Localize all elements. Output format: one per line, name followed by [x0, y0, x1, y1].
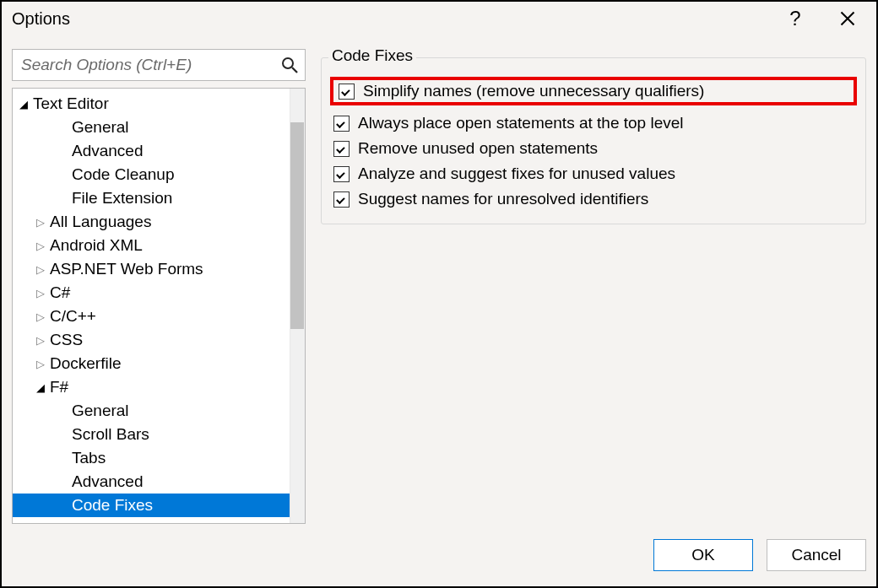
- code-fixes-group: Code Fixes Simplify names (remove unnece…: [321, 57, 866, 224]
- expander-closed-icon[interactable]: ▷: [35, 263, 46, 276]
- checkbox-row: Suggest names for unresolved identifiers: [333, 186, 854, 212]
- checkbox-label: Always place open statements at the top …: [358, 114, 684, 132]
- left-column: ◢ Text Editor GeneralAdvancedCode Cleanu…: [12, 49, 306, 524]
- tree-item-label: C/C++: [50, 307, 96, 326]
- help-button[interactable]: ?: [780, 8, 810, 29]
- expander-closed-icon[interactable]: ▷: [35, 334, 46, 347]
- tree-item[interactable]: Advanced: [13, 470, 290, 494]
- scrollbar[interactable]: [290, 89, 305, 523]
- tree-item[interactable]: Scroll Bars: [13, 423, 290, 446]
- right-column: Code Fixes Simplify names (remove unnece…: [321, 49, 866, 524]
- tree-item[interactable]: ◢F#: [13, 375, 290, 399]
- expander-closed-icon[interactable]: ▷: [35, 240, 46, 252]
- tree-item-label: Android XML: [50, 236, 143, 255]
- tree-item[interactable]: Code Cleanup: [13, 163, 290, 186]
- tree-item-label: CSS: [50, 331, 83, 349]
- close-button[interactable]: [832, 11, 863, 26]
- tree-item-label: Code Fixes: [72, 496, 153, 515]
- checkbox-label: Analyze and suggest fixes for unused val…: [358, 165, 675, 183]
- checkbox-row: Remove unused open statements: [333, 136, 854, 161]
- dialog-footer: OK Cancel: [2, 524, 876, 586]
- tree-item-label: Text Editor: [33, 94, 109, 113]
- tree-item[interactable]: ▷ASP.NET Web Forms: [13, 257, 290, 281]
- checkbox[interactable]: [333, 141, 350, 157]
- options-tree: ◢ Text Editor GeneralAdvancedCode Cleanu…: [12, 88, 306, 524]
- expander-open-icon[interactable]: ◢: [35, 381, 46, 394]
- expander-closed-icon[interactable]: ▷: [35, 310, 46, 323]
- tree-item-label: All Languages: [50, 213, 151, 231]
- tree-item-label: C#: [50, 283, 70, 302]
- expander-closed-icon[interactable]: ▷: [35, 216, 46, 229]
- search-icon: [281, 57, 298, 73]
- ok-button[interactable]: OK: [653, 539, 753, 571]
- tree-item-label: File Extension: [72, 189, 172, 208]
- window-buttons: ?: [780, 8, 870, 29]
- tree-item-label: Tabs: [72, 449, 106, 467]
- tree-item-label: Advanced: [72, 142, 144, 160]
- expander-closed-icon[interactable]: ▷: [35, 358, 46, 370]
- search-input[interactable]: [19, 50, 274, 80]
- tree-item-label: Code Cleanup: [72, 165, 174, 184]
- checkbox-label: Simplify names (remove unnecessary quali…: [363, 82, 704, 100]
- tree-root[interactable]: ◢ Text Editor: [13, 92, 290, 116]
- expander-open-icon[interactable]: ◢: [18, 98, 30, 111]
- checkbox[interactable]: [339, 84, 355, 100]
- tree-item[interactable]: Tabs: [13, 446, 290, 470]
- tree-item[interactable]: ▷C/C++: [13, 305, 290, 328]
- tree-item[interactable]: ▷All Languages: [13, 210, 290, 234]
- svg-line-1: [292, 67, 297, 73]
- checkbox[interactable]: [333, 116, 350, 132]
- window-title: Options: [12, 9, 780, 29]
- tree-item-label: Advanced: [72, 472, 144, 491]
- checkbox-label: Remove unused open statements: [358, 139, 598, 158]
- svg-point-0: [283, 58, 293, 68]
- checkbox[interactable]: [333, 166, 350, 182]
- tree-item-label: Scroll Bars: [72, 425, 149, 444]
- tree-item[interactable]: ▷Android XML: [13, 234, 290, 257]
- checkbox[interactable]: [333, 192, 350, 208]
- search-box[interactable]: [12, 49, 306, 81]
- checkbox-list: Simplify names (remove unnecessary quali…: [333, 77, 854, 212]
- dialog-body: ◢ Text Editor GeneralAdvancedCode Cleanu…: [2, 35, 876, 524]
- tree-item[interactable]: ▷CSS: [13, 328, 290, 352]
- tree-item-label: General: [72, 402, 129, 420]
- tree-item-label: ASP.NET Web Forms: [50, 260, 203, 278]
- checkbox-row: Analyze and suggest fixes for unused val…: [333, 161, 854, 186]
- expander-closed-icon[interactable]: ▷: [35, 287, 46, 299]
- group-legend: Code Fixes: [328, 46, 416, 65]
- tree-item[interactable]: General: [13, 116, 290, 139]
- tree-item[interactable]: General: [13, 399, 290, 423]
- options-dialog: Options ? ◢ Text Editor: [2, 2, 876, 586]
- checkbox-row: Always place open statements at the top …: [333, 111, 854, 136]
- tree-item[interactable]: Code Fixes: [13, 494, 290, 517]
- checkbox-label: Suggest names for unresolved identifiers: [358, 190, 648, 208]
- tree-item[interactable]: ▷C#: [13, 281, 290, 305]
- scrollbar-thumb[interactable]: [290, 122, 304, 329]
- highlighted-option: Simplify names (remove unnecessary quali…: [330, 77, 857, 105]
- cancel-button[interactable]: Cancel: [767, 539, 866, 571]
- tree-item[interactable]: ▷Dockerfile: [13, 352, 290, 375]
- tree-item[interactable]: Advanced: [13, 139, 290, 163]
- titlebar: Options ?: [2, 2, 876, 35]
- tree-item-label: Dockerfile: [50, 354, 121, 373]
- tree-items: ◢ Text Editor GeneralAdvancedCode Cleanu…: [13, 89, 290, 523]
- close-icon: [840, 11, 855, 26]
- tree-item[interactable]: File Extension: [13, 186, 290, 210]
- tree-item-label: F#: [50, 378, 68, 396]
- tree-item-label: General: [72, 118, 129, 137]
